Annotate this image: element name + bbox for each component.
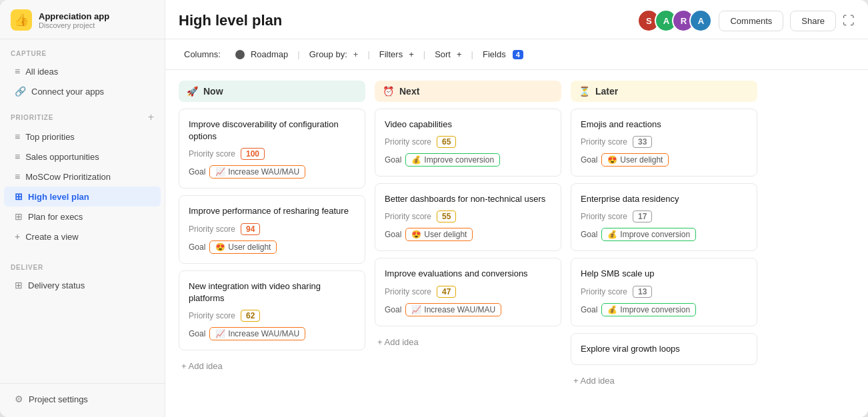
card-title: New integration with video sharing platf… [189,280,355,304]
goal-text: Increase WAU/MAU [424,305,495,314]
goal-text: User delight [228,242,271,252]
columns-value-button[interactable]: Roadmap [230,46,293,63]
sidebar-item-top-priorities[interactable]: ≡ Top priorities [4,127,161,147]
comments-button[interactable]: Comments [719,11,783,31]
card-better-dashboards[interactable]: Better dashboards for non-technical user… [375,183,561,251]
card-help-smb[interactable]: Help SMB scale up Priority score 13 Goal… [571,258,757,326]
card-goal-row: Goal 😍 User delight [189,240,355,254]
score-label: Priority score [385,287,431,296]
separator-2: | [367,49,369,59]
score-label: Priority score [189,224,235,234]
goal-emoji: 😍 [411,230,421,239]
list-icon: ≡ [15,66,20,77]
sidebar-item-project-settings[interactable]: ⚙ Project settings [4,389,161,409]
card-viral-growth[interactable]: Explore viral growth loops [571,333,757,365]
card-score-row: Priority score 94 [189,223,355,235]
plus-icon: + [15,231,20,242]
card-improve-discoverability[interactable]: Improve discoverability of configuration… [179,109,365,189]
goal-emoji: 📈 [411,305,421,314]
sidebar-item-connect-apps[interactable]: 🔗 Connect your apps [4,81,161,101]
card-title: Improve discoverability of configuration… [189,119,355,143]
goal-emoji: 😍 [215,242,225,252]
goal-label: Goal [385,155,401,165]
goal-label: Goal [581,305,597,314]
card-score-row: Priority score 17 [581,210,747,222]
card-title: Emojis and reactions [581,119,747,131]
card-goal-row: Goal 📈 Increase WAU/MAU [189,327,355,340]
app-header: 👍 Appreciation app Discovery project [0,0,165,39]
score-badge: 33 [633,136,652,148]
groupby-plus-icon: + [353,49,359,59]
deliver-section-label: DELIVER [0,253,165,275]
filters-plus-icon: + [409,49,414,59]
card-enterprise-data[interactable]: Enterprise data residency Priority score… [571,183,757,251]
card-evaluations-conversions[interactable]: Improve evaluations and conversions Prio… [375,258,561,326]
card-title: Improve evaluations and conversions [385,268,551,280]
card-goal-row: Goal 📈 Increase WAU/MAU [189,165,355,179]
score-label: Priority score [385,137,431,147]
goal-text: Improve conversion [424,155,494,165]
card-score-row: Priority score 62 [189,310,355,322]
goal-emoji: 💰 [607,230,617,239]
expand-button[interactable]: ⛶ [843,14,855,28]
sidebar-item-label: MoSCow Prioritization [25,172,111,182]
sidebar-bottom: ⚙ Project settings [0,383,165,417]
score-badge: 65 [437,136,456,148]
card-video-sharing[interactable]: New integration with video sharing platf… [179,270,365,350]
card-emojis-reactions[interactable]: Emojis and reactions Priority score 33 G… [571,109,757,177]
grid-icon: ⊞ [15,191,23,202]
card-title: Enterprise data residency [581,193,747,205]
goal-label: Goal [385,305,401,314]
score-badge: 62 [241,310,260,322]
project-name: Discovery project [39,21,109,29]
goal-tag: 😍 User delight [209,240,277,254]
column-title-next: Next [399,86,419,97]
goal-tag: 💰 Improve conversion [405,153,500,167]
score-label: Priority score [189,149,235,159]
goal-emoji: 💰 [607,305,617,314]
separator-4: | [471,49,473,59]
card-title: Explore viral growth loops [581,343,747,355]
groupby-button[interactable]: Group by: + [304,46,364,63]
sidebar-item-all-ideas[interactable]: ≡ All ideas [4,61,161,81]
sidebar-item-label: High level plan [28,192,89,202]
sidebar-item-sales-opportunities[interactable]: ≡ Sales opportunities [4,147,161,167]
score-badge: 47 [437,286,456,298]
column-header-later: ⏳ Later [571,81,757,102]
fields-button[interactable]: Fields 4 [477,46,529,63]
sidebar-item-moscow[interactable]: ≡ MoSCow Prioritization [4,167,161,187]
card-goal-row: Goal 📈 Increase WAU/MAU [385,303,551,316]
goal-text: Improve conversion [620,230,690,239]
add-idea-now[interactable]: + Add idea [179,357,365,375]
score-label: Priority score [581,287,627,296]
sidebar-item-label: Create a view [25,232,78,242]
list-icon: ≡ [15,131,20,142]
card-score-row: Priority score 55 [385,210,551,222]
column-header-next: ⏰ Next [375,81,561,102]
sidebar-item-label: Delivery status [28,280,85,290]
share-button[interactable]: Share [790,11,836,31]
prioritize-section-row: PRIORITIZE + [0,101,165,127]
add-idea-later[interactable]: + Add idea [571,372,757,390]
app-logo: 👍 [11,9,32,31]
card-goal-row: Goal 💰 Improve conversion [385,153,551,167]
filters-button[interactable]: Filters + [374,46,419,63]
goal-text: Increase WAU/MAU [228,167,299,177]
now-icon: 🚀 [187,86,198,97]
sidebar-item-plan-for-execs[interactable]: ⊞ Plan for execs [4,207,161,226]
sort-button[interactable]: Sort + [429,46,467,63]
goal-emoji: 💰 [411,155,421,165]
next-icon: ⏰ [383,86,394,97]
sidebar-item-delivery-status[interactable]: ⊞ Delivery status [4,275,161,295]
add-prioritize-button[interactable]: + [148,112,154,123]
column-next: ⏰ Next Video capabilities Priority score… [375,81,561,406]
card-video-capabilities[interactable]: Video capabilities Priority score 65 Goa… [375,109,561,177]
sidebar-item-create-view[interactable]: + Create a view [4,226,161,246]
card-improve-resharing[interactable]: Improve performance of resharing feature… [179,195,365,263]
score-label: Priority score [385,212,431,221]
sidebar-item-label: Sales opportunities [25,152,99,162]
avatar: A [689,9,712,32]
add-idea-next[interactable]: + Add idea [375,333,561,351]
sidebar-item-high-level-plan[interactable]: ⊞ High level plan [4,187,161,207]
column-title-now: Now [203,86,223,97]
